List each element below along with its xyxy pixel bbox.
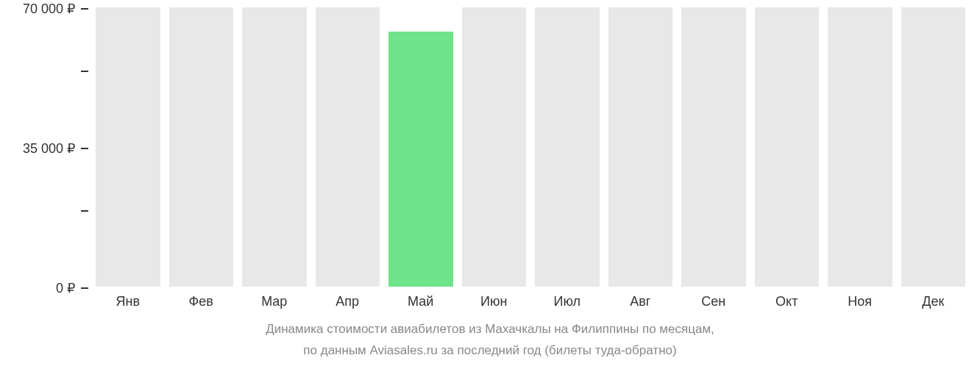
bar-wrapper (535, 7, 600, 287)
chart-container: 70 000 ₽ 35 000 ₽ 0 ₽ ЯнвФевМарАпрМайИюн… (0, 0, 980, 369)
x-label: Апр (316, 294, 380, 309)
bar-nodata[interactable] (755, 7, 820, 287)
bar-nodata[interactable] (242, 7, 307, 287)
bar-nodata[interactable] (828, 7, 892, 287)
y-tick-mark (81, 210, 88, 212)
y-tick-35000: 35 000 ₽ (23, 140, 88, 157)
y-tick-minor (81, 210, 88, 212)
x-label: Ноя (828, 294, 892, 309)
y-tick-mark (81, 8, 88, 10)
y-tick-mark (81, 71, 88, 72)
bar-nodata[interactable] (608, 7, 673, 287)
bar-wrapper (316, 7, 380, 287)
y-tick-mark (81, 148, 88, 149)
y-tick-0: 0 ₽ (56, 280, 88, 296)
bar-wrapper (462, 7, 527, 287)
bar-wrapper (828, 7, 892, 287)
caption-line-1: Динамика стоимости авиабилетов из Махачк… (0, 319, 980, 339)
bar-nodata[interactable] (169, 7, 234, 287)
x-label: Май (388, 294, 453, 309)
bar-wrapper (96, 7, 160, 287)
x-label: Янв (96, 294, 160, 309)
plot-area (96, 7, 965, 287)
y-tick-label: 35 000 ₽ (23, 140, 75, 157)
x-label: Дек (901, 294, 966, 309)
bar-wrapper (608, 7, 673, 287)
bar-nodata[interactable] (96, 7, 160, 287)
bar-nodata[interactable] (535, 7, 600, 287)
y-tick-70000: 70 000 ₽ (23, 1, 88, 17)
bar-nodata[interactable] (901, 7, 966, 287)
x-label: Июн (462, 294, 527, 309)
bar-wrapper (388, 7, 453, 287)
y-tick-label: 0 ₽ (56, 280, 75, 296)
chart-caption: Динамика стоимости авиабилетов из Махачк… (0, 318, 980, 362)
y-tick-mark (81, 287, 88, 289)
bar-wrapper (169, 7, 234, 287)
bar-wrapper (681, 7, 746, 287)
bar-wrapper (901, 7, 966, 287)
y-axis: 70 000 ₽ 35 000 ₽ 0 ₽ (7, 7, 88, 287)
bar-nodata[interactable] (462, 7, 527, 287)
x-label: Окт (755, 294, 820, 309)
bar-nodata[interactable] (316, 7, 380, 287)
caption-line-2: по данным Aviasales.ru за последний год … (0, 340, 980, 360)
y-tick-label: 70 000 ₽ (23, 1, 75, 17)
y-tick-minor (81, 71, 88, 72)
bar-nodata[interactable] (681, 7, 746, 287)
x-label: Мар (242, 294, 307, 309)
x-label: Сен (681, 294, 746, 309)
bar-wrapper (242, 7, 307, 287)
x-label: Авг (608, 294, 673, 309)
x-label: Июл (535, 294, 600, 309)
bar-data[interactable] (388, 32, 453, 287)
x-label: Фев (169, 294, 234, 309)
x-labels: ЯнвФевМарАпрМайИюнИюлАвгСенОктНояДек (96, 294, 965, 309)
bar-wrapper (755, 7, 820, 287)
